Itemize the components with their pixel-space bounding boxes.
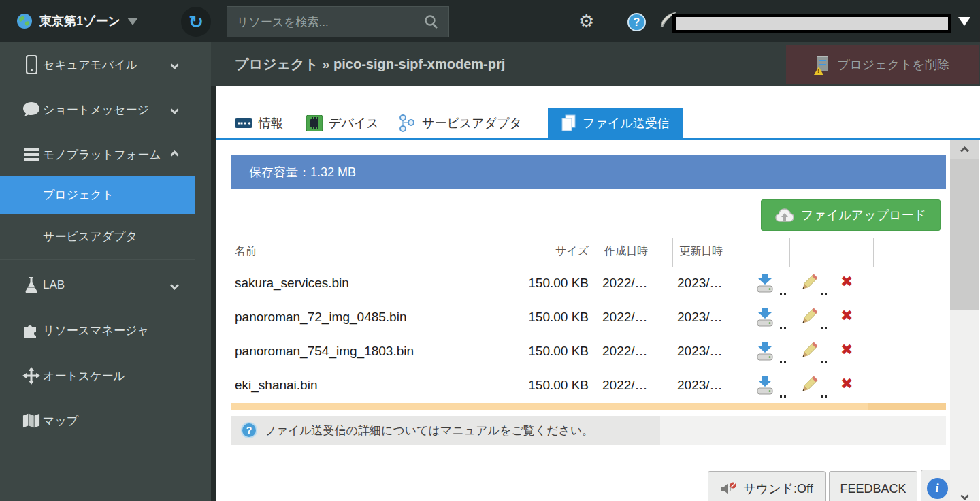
file-size: 150.00 KB [436, 344, 589, 359]
delete-x-icon[interactable]: ✖ [840, 273, 853, 291]
resource-search-input[interactable]: リソースを検索... [227, 6, 449, 37]
column-separator [502, 238, 502, 267]
chat-bubble-icon [22, 101, 40, 118]
file-created: 2022/… [602, 344, 648, 359]
sidebar-item-label: LAB [43, 278, 65, 292]
sidebar-item-service-adapter[interactable]: サービスアダプタ [0, 214, 195, 258]
map-icon [22, 413, 40, 429]
zone-dropdown-arrow-icon [127, 18, 138, 25]
page-header: プロジェクト » pico-sign-sipf-xmodem-prj プロジェク… [211, 42, 980, 86]
account-name-redacted[interactable] [672, 14, 951, 33]
edit-pencil-icon[interactable] [798, 341, 819, 361]
info-bar-row: ? ファイル送受信の詳細についてはマニュアルをご覧ください。 [231, 416, 946, 445]
column-header-created: 作成日時 [604, 244, 648, 259]
tab-file-transfer[interactable]: ファイル送受信 [548, 108, 683, 138]
file-name: panoroman_754_img_1803.bin [235, 344, 414, 359]
tab-devices[interactable]: デバイス [306, 108, 379, 138]
delete-x-icon[interactable]: ✖ [840, 307, 853, 325]
table-row[interactable]: panoroman_754_img_1803.bin 150.00 KB 202… [231, 336, 946, 370]
sidebar-item-resource-manager[interactable]: リソースマネージャ [0, 308, 195, 353]
move-arrows-icon [22, 367, 40, 385]
refresh-button[interactable]: ↻ [181, 7, 211, 37]
account-dropdown-arrow-icon[interactable] [958, 17, 970, 26]
menu-lines-icon [22, 148, 40, 161]
table-row[interactable]: eki_shanai.bin 150.00 KB 2022/… 2023/… ✖ [231, 370, 946, 404]
column-separator [672, 238, 673, 267]
info-button[interactable]: i [921, 470, 953, 501]
truncation-dots [780, 352, 788, 367]
file-updated: 2023/… [677, 310, 723, 325]
sidebar-item-lab[interactable]: LAB [0, 263, 195, 308]
tab-label: 情報 [259, 115, 283, 131]
sidebar-item-autoscale[interactable]: オートスケール [0, 353, 195, 398]
edit-pencil-icon[interactable] [798, 273, 819, 293]
edit-pencil-icon[interactable] [798, 375, 819, 395]
content-scrollbar-thumb[interactable] [950, 159, 979, 310]
file-updated: 2023/… [677, 276, 723, 291]
download-icon[interactable] [755, 273, 774, 293]
delete-project-icon [815, 56, 830, 73]
column-separator [598, 238, 598, 267]
help-icon[interactable]: ? [627, 13, 646, 31]
content-scroll-up-button[interactable] [950, 140, 979, 159]
truncation-dots [821, 318, 829, 333]
file-name: sakura_services.bin [235, 276, 349, 291]
column-separator [832, 238, 832, 267]
sidebar-item-map[interactable]: マップ [0, 398, 195, 443]
download-icon[interactable] [755, 375, 774, 395]
sidebar-item-secure-mobile[interactable]: セキュアモバイル [0, 42, 195, 87]
info-card-icon [235, 117, 252, 129]
search-icon [424, 14, 439, 29]
cloud-upload-icon [775, 208, 794, 223]
globe-icon [16, 13, 33, 29]
file-name: eki_shanai.bin [235, 378, 317, 393]
sidebar-item-mono-platform[interactable]: モノプラットフォーム [0, 132, 195, 177]
horizontal-scrollbar[interactable] [231, 403, 946, 410]
delete-x-icon[interactable]: ✖ [840, 375, 853, 393]
content-scrollbar[interactable] [950, 140, 979, 501]
tab-service-adapter[interactable]: サービスアダプタ [398, 108, 522, 138]
sidebar-divider [0, 259, 195, 260]
tab-label: デバイス [329, 115, 379, 131]
sound-toggle-label: サウンド:Off [743, 481, 813, 497]
sidebar-item-project[interactable]: プロジェクト [0, 176, 195, 214]
file-name: panoroman_72_img_0485.bin [235, 310, 406, 325]
zone-selector[interactable]: 東京第1ゾーン [16, 0, 138, 42]
file-upload-label: ファイルアップロード [801, 207, 926, 223]
download-icon[interactable] [755, 341, 774, 361]
file-created: 2022/… [602, 378, 648, 393]
table-row[interactable]: sakura_services.bin 150.00 KB 2022/… 202… [231, 268, 946, 302]
file-size: 150.00 KB [436, 276, 589, 291]
truncation-dots [821, 284, 829, 299]
sound-toggle-button[interactable]: サウンド:Off [708, 471, 826, 501]
truncation-dots [821, 352, 829, 367]
tab-bar: 情報 デバイス サービスアダプタ [216, 108, 980, 138]
sidebar-item-label: サービスアダプタ [43, 229, 137, 244]
sidebar: セキュアモバイル ショートメッセージ モノプラットフォーム プロジェクト サービ… [0, 42, 211, 501]
help-circle-icon: ? [241, 422, 257, 438]
info-bar-text: ファイル送受信の詳細についてはマニュアルをご覧ください。 [264, 423, 593, 438]
tab-info[interactable]: 情報 [235, 108, 283, 138]
file-upload-button[interactable]: ファイルアップロード [761, 199, 941, 231]
settings-gear-icon[interactable]: ⚙ [578, 0, 594, 42]
file-updated: 2023/… [677, 378, 723, 393]
tab-underline [216, 138, 980, 140]
table-row[interactable]: panoroman_72_img_0485.bin 150.00 KB 2022… [231, 302, 946, 336]
feedback-button[interactable]: FEEDBACK [829, 471, 917, 501]
storage-label: 保存容量：1.32 MB [249, 164, 356, 180]
download-icon[interactable] [755, 307, 774, 327]
content-scroll-down-button[interactable] [950, 487, 979, 501]
delete-project-button[interactable]: プロジェクトを削除 [786, 45, 979, 84]
app-window: 東京第1ゾーン ↻ リソースを検索... ⚙ ? [0, 0, 980, 501]
file-updated: 2023/… [677, 344, 723, 359]
edit-pencil-icon[interactable] [798, 307, 819, 327]
delete-x-icon[interactable]: ✖ [840, 341, 853, 359]
chevron-down-icon [172, 103, 178, 116]
info-bar: ? ファイル送受信の詳細についてはマニュアルをご覧ください。 [231, 416, 660, 445]
sidebar-item-short-message[interactable]: ショートメッセージ [0, 87, 195, 132]
sidebar-item-label: マップ [43, 413, 78, 429]
horizontal-scrollbar-thumb[interactable] [868, 403, 946, 410]
truncation-dots [780, 318, 788, 333]
column-separator [749, 238, 749, 267]
feedback-label: FEEDBACK [840, 482, 906, 496]
